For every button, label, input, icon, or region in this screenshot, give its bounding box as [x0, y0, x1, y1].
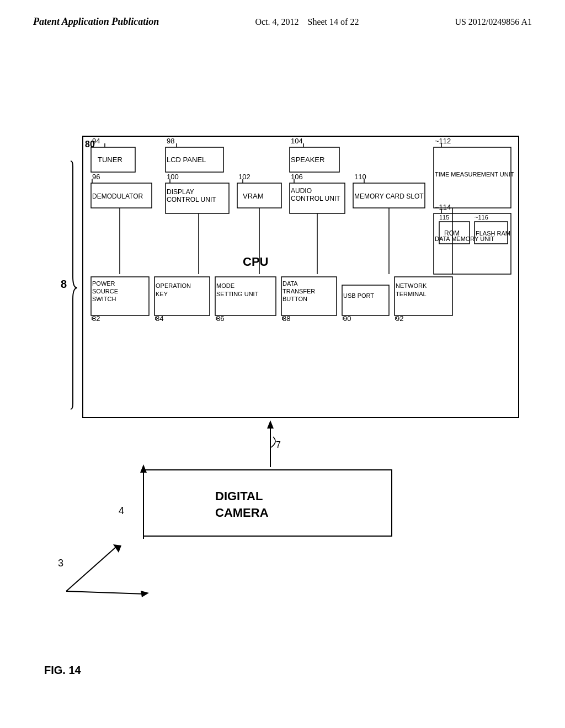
device-label: 8 [61, 278, 67, 290]
ref-90: 90 [343, 314, 351, 323]
ref-106: 106 [291, 173, 303, 181]
ref-82: 82 [92, 314, 100, 323]
ref-96: 96 [92, 173, 100, 181]
ref-100: 100 [167, 173, 179, 181]
device-brace [71, 161, 77, 409]
label-84-text: OPERATION [156, 282, 191, 289]
ref-86: 86 [216, 314, 224, 323]
label-88-text: DATA [282, 280, 298, 287]
label-90-text: USB PORT [343, 292, 374, 299]
arrow-3-line2 [66, 591, 143, 594]
sheet-info: Oct. 4, 2012 Sheet 14 of 22 [255, 15, 359, 29]
label-115: ROM [444, 229, 460, 237]
patent-diagram: FIG. 14 8 80 CPU POWER SOURCE SWITCH 82 … [33, 51, 530, 690]
ref-104: 104 [291, 137, 303, 145]
ref-4: 4 [119, 505, 124, 516]
digital-camera-box [143, 470, 392, 536]
patent-number: US 2012/0249856 A1 [455, 15, 532, 29]
sheet-label: Sheet 14 of 22 [308, 17, 359, 26]
diagram-area: FIG. 14 8 80 CPU POWER SOURCE SWITCH 82 … [0, 34, 565, 707]
label-86-text2: SETTING UNIT [216, 291, 259, 297]
ref-98: 98 [167, 137, 174, 145]
label-102: VRAM [243, 192, 264, 200]
label-92-text2: TERMINAL [396, 291, 427, 297]
ref-92: 92 [396, 314, 403, 323]
ref-3: 3 [58, 558, 63, 569]
publication-label: Patent Application Publication [33, 15, 159, 28]
arrow-7-curve [270, 437, 275, 448]
ref-112: ~112 [435, 137, 451, 145]
cpu-label: CPU [243, 255, 268, 269]
label-116: FLASH RAM [476, 230, 510, 237]
label-86-text: MODE [216, 282, 234, 289]
ref-84: 84 [156, 314, 163, 323]
ref-94: 94 [92, 137, 100, 145]
label-84-text2: KEY [156, 291, 168, 297]
label-82-text3: SWITCH [92, 296, 116, 302]
label-110: MEMORY CARD SLOT [354, 192, 424, 200]
arrow-3-head2 [141, 591, 149, 597]
label-82-text: POWER [92, 280, 115, 287]
label-82-text2: SOURCE [92, 288, 118, 295]
ref-7: 7 [276, 440, 281, 449]
ref-102: 102 [238, 173, 250, 181]
digital-camera-label: DIGITAL [215, 489, 263, 503]
arrow-7-head [267, 420, 274, 429]
arrow-3-line1 [66, 547, 116, 591]
label-106-text: AUDIO [291, 187, 312, 195]
date-label: Oct. 4, 2012 [255, 17, 299, 26]
ref-114: ~114 [435, 203, 451, 211]
label-106-text2: CONTROL UNIT [291, 195, 340, 202]
label-112-text: TIME MEASUREMENT UNIT [435, 171, 514, 178]
label-100-text: DISPLAY [167, 188, 194, 196]
box-90 [342, 285, 389, 315]
fig-label: FIG. 14 [44, 664, 82, 676]
label-88-text2: TRANSFER [282, 288, 315, 295]
label-100-text2: CONTROL UNIT [167, 196, 216, 204]
arrow-4-head [140, 464, 147, 473]
label-88-text3: BUTTON [282, 296, 307, 302]
box-112 [434, 147, 511, 208]
page-header: Patent Application Publication Oct. 4, 2… [0, 0, 565, 34]
ref-88: 88 [282, 314, 290, 323]
label-96: DEMODULATOR [92, 192, 143, 200]
ref-115: 115 [439, 214, 449, 221]
digital-camera-label2: CAMERA [215, 506, 269, 520]
label-104: SPEAKER [291, 156, 324, 164]
label-92-text: NETWORK [396, 282, 427, 289]
label-94: TUNER [98, 156, 122, 164]
label-98: LCD PANEL [167, 156, 206, 164]
ref-116: ~116 [475, 214, 488, 221]
